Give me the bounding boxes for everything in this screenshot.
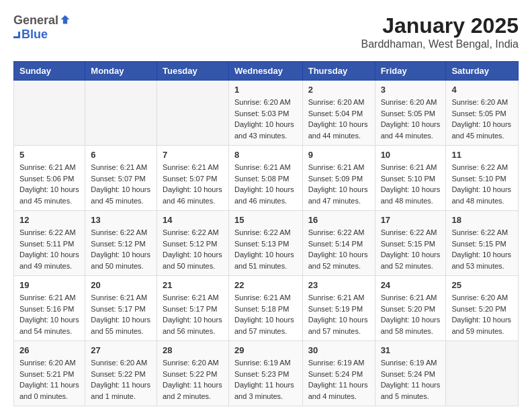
- day-info: Sunrise: 6:22 AMSunset: 5:13 PMDaylight:…: [234, 227, 297, 271]
- calendar-cell: 25Sunrise: 6:20 AMSunset: 5:20 PMDayligh…: [446, 276, 519, 341]
- day-info: Sunrise: 6:20 AMSunset: 5:21 PMDaylight:…: [19, 357, 79, 402]
- calendar-cell: [446, 341, 519, 406]
- calendar-cell: 20Sunrise: 6:21 AMSunset: 5:17 PMDayligh…: [85, 276, 157, 341]
- day-number: 11: [451, 150, 513, 160]
- day-info: Sunrise: 6:21 AMSunset: 5:08 PMDaylight:…: [234, 162, 297, 206]
- calendar-cell: 28Sunrise: 6:20 AMSunset: 5:22 PMDayligh…: [157, 341, 228, 406]
- day-info: Sunrise: 6:21 AMSunset: 5:07 PMDaylight:…: [163, 162, 223, 206]
- day-number: 3: [381, 85, 441, 95]
- calendar-cell: [157, 81, 228, 146]
- col-thursday: Thursday: [302, 62, 375, 81]
- calendar-header-row: Sunday Monday Tuesday Wednesday Thursday…: [14, 62, 519, 81]
- day-number: 1: [234, 85, 297, 95]
- day-info: Sunrise: 6:20 AMSunset: 5:05 PMDaylight:…: [451, 97, 513, 141]
- calendar-cell: 5Sunrise: 6:21 AMSunset: 5:06 PMDaylight…: [14, 146, 85, 211]
- day-info: Sunrise: 6:19 AMSunset: 5:23 PMDaylight:…: [234, 357, 297, 402]
- calendar-cell: 10Sunrise: 6:21 AMSunset: 5:10 PMDayligh…: [375, 146, 446, 211]
- day-number: 28: [163, 345, 223, 355]
- day-number: 24: [381, 280, 441, 290]
- col-saturday: Saturday: [446, 62, 519, 81]
- day-number: 29: [234, 345, 297, 355]
- calendar-cell: 16Sunrise: 6:22 AMSunset: 5:14 PMDayligh…: [302, 211, 375, 276]
- day-info: Sunrise: 6:21 AMSunset: 5:16 PMDaylight:…: [19, 292, 79, 336]
- calendar-cell: 2Sunrise: 6:20 AMSunset: 5:04 PMDaylight…: [302, 81, 375, 146]
- day-number: 16: [308, 215, 369, 225]
- calendar-cell: [85, 81, 157, 146]
- calendar-week-1: 1Sunrise: 6:20 AMSunset: 5:03 PMDaylight…: [14, 81, 519, 146]
- day-number: 18: [451, 215, 513, 225]
- day-info: Sunrise: 6:22 AMSunset: 5:15 PMDaylight:…: [381, 227, 441, 271]
- day-info: Sunrise: 6:20 AMSunset: 5:20 PMDaylight:…: [451, 292, 513, 336]
- calendar-week-5: 26Sunrise: 6:20 AMSunset: 5:21 PMDayligh…: [14, 341, 519, 406]
- calendar-week-4: 19Sunrise: 6:21 AMSunset: 5:16 PMDayligh…: [14, 276, 519, 341]
- day-number: 8: [234, 150, 297, 160]
- day-info: Sunrise: 6:20 AMSunset: 5:04 PMDaylight:…: [308, 97, 369, 141]
- calendar-cell: 24Sunrise: 6:21 AMSunset: 5:20 PMDayligh…: [375, 276, 446, 341]
- calendar-cell: 1Sunrise: 6:20 AMSunset: 5:03 PMDaylight…: [228, 81, 302, 146]
- day-info: Sunrise: 6:21 AMSunset: 5:19 PMDaylight:…: [308, 292, 369, 336]
- day-info: Sunrise: 6:22 AMSunset: 5:12 PMDaylight:…: [91, 227, 151, 271]
- calendar-cell: 9Sunrise: 6:21 AMSunset: 5:09 PMDaylight…: [302, 146, 375, 211]
- day-info: Sunrise: 6:21 AMSunset: 5:17 PMDaylight:…: [91, 292, 151, 336]
- day-number: 2: [308, 85, 369, 95]
- calendar-cell: 17Sunrise: 6:22 AMSunset: 5:15 PMDayligh…: [375, 211, 446, 276]
- calendar-cell: 27Sunrise: 6:20 AMSunset: 5:22 PMDayligh…: [85, 341, 157, 406]
- page-header: General Blue January 2025 Barddhaman, We…: [13, 13, 519, 50]
- day-number: 23: [308, 280, 369, 290]
- calendar-table: Sunday Monday Tuesday Wednesday Thursday…: [13, 61, 519, 406]
- day-info: Sunrise: 6:20 AMSunset: 5:03 PMDaylight:…: [234, 97, 297, 141]
- day-number: 12: [19, 215, 79, 225]
- logo-blue: Blue: [21, 28, 48, 42]
- calendar-cell: 23Sunrise: 6:21 AMSunset: 5:19 PMDayligh…: [302, 276, 375, 341]
- calendar-cell: 26Sunrise: 6:20 AMSunset: 5:21 PMDayligh…: [14, 341, 85, 406]
- day-info: Sunrise: 6:21 AMSunset: 5:06 PMDaylight:…: [19, 162, 79, 206]
- title-block: January 2025 Barddhaman, West Bengal, In…: [361, 13, 519, 50]
- page-subtitle: Barddhaman, West Bengal, India: [361, 38, 519, 50]
- col-friday: Friday: [375, 62, 446, 81]
- day-number: 13: [91, 215, 151, 225]
- calendar-cell: 19Sunrise: 6:21 AMSunset: 5:16 PMDayligh…: [14, 276, 85, 341]
- calendar-cell: 15Sunrise: 6:22 AMSunset: 5:13 PMDayligh…: [228, 211, 302, 276]
- day-info: Sunrise: 6:20 AMSunset: 5:22 PMDaylight:…: [91, 357, 151, 402]
- day-number: 25: [451, 280, 513, 290]
- col-sunday: Sunday: [14, 62, 85, 81]
- day-number: 7: [163, 150, 223, 160]
- calendar-cell: 8Sunrise: 6:21 AMSunset: 5:08 PMDaylight…: [228, 146, 302, 211]
- day-info: Sunrise: 6:22 AMSunset: 5:15 PMDaylight:…: [451, 227, 513, 271]
- day-number: 15: [234, 215, 297, 225]
- day-number: 21: [163, 280, 223, 290]
- calendar-cell: 18Sunrise: 6:22 AMSunset: 5:15 PMDayligh…: [446, 211, 519, 276]
- day-info: Sunrise: 6:19 AMSunset: 5:24 PMDaylight:…: [308, 357, 369, 402]
- calendar-cell: [14, 81, 85, 146]
- day-number: 6: [91, 150, 151, 160]
- day-number: 20: [91, 280, 151, 290]
- calendar-week-2: 5Sunrise: 6:21 AMSunset: 5:06 PMDaylight…: [14, 146, 519, 211]
- calendar-cell: 4Sunrise: 6:20 AMSunset: 5:05 PMDaylight…: [446, 81, 519, 146]
- logo: General Blue: [13, 13, 71, 42]
- day-info: Sunrise: 6:21 AMSunset: 5:17 PMDaylight:…: [163, 292, 223, 336]
- calendar-cell: 31Sunrise: 6:19 AMSunset: 5:24 PMDayligh…: [375, 341, 446, 406]
- day-info: Sunrise: 6:21 AMSunset: 5:09 PMDaylight:…: [308, 162, 369, 206]
- day-number: 30: [308, 345, 369, 355]
- calendar-cell: 30Sunrise: 6:19 AMSunset: 5:24 PMDayligh…: [302, 341, 375, 406]
- day-info: Sunrise: 6:21 AMSunset: 5:10 PMDaylight:…: [381, 162, 441, 206]
- calendar-cell: 7Sunrise: 6:21 AMSunset: 5:07 PMDaylight…: [157, 146, 228, 211]
- day-number: 31: [381, 345, 441, 355]
- day-number: 27: [91, 345, 151, 355]
- day-number: 22: [234, 280, 297, 290]
- day-number: 10: [381, 150, 441, 160]
- day-number: 4: [451, 85, 513, 95]
- calendar-cell: 3Sunrise: 6:20 AMSunset: 5:05 PMDaylight…: [375, 81, 446, 146]
- day-number: 19: [19, 280, 79, 290]
- logo-icon: [60, 14, 71, 25]
- day-number: 26: [19, 345, 79, 355]
- calendar-week-3: 12Sunrise: 6:22 AMSunset: 5:11 PMDayligh…: [14, 211, 519, 276]
- calendar-cell: 21Sunrise: 6:21 AMSunset: 5:17 PMDayligh…: [157, 276, 228, 341]
- calendar-cell: 11Sunrise: 6:22 AMSunset: 5:10 PMDayligh…: [446, 146, 519, 211]
- col-monday: Monday: [85, 62, 157, 81]
- day-info: Sunrise: 6:19 AMSunset: 5:24 PMDaylight:…: [381, 357, 441, 402]
- day-info: Sunrise: 6:22 AMSunset: 5:10 PMDaylight:…: [451, 162, 513, 206]
- day-number: 9: [308, 150, 369, 160]
- logo-general: General: [13, 13, 58, 28]
- day-info: Sunrise: 6:22 AMSunset: 5:12 PMDaylight:…: [163, 227, 223, 271]
